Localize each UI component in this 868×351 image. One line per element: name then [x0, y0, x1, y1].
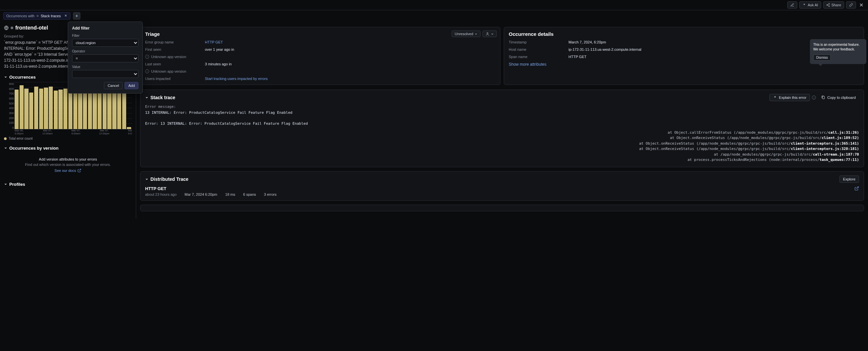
- filter-chip[interactable]: Occurrences with = Stack traces: [3, 12, 70, 20]
- docs-link[interactable]: See our docs: [55, 169, 81, 173]
- x-tick: Mar 07,12:00am: [42, 129, 53, 135]
- kv-value: over 1 year ago in: [205, 47, 495, 51]
- chart-bar: [39, 89, 43, 129]
- sparkle-icon: [773, 96, 777, 100]
- y-tick: 100: [4, 121, 14, 125]
- add-filter-button[interactable]: [73, 12, 80, 20]
- info-icon: i: [145, 55, 149, 59]
- chart-bar: [93, 89, 97, 129]
- svg-point-1: [827, 5, 828, 6]
- y-tick: 200: [4, 116, 14, 120]
- chart-bar: [83, 93, 87, 129]
- explain-error-button[interactable]: Explain this error: [769, 94, 810, 101]
- status-select[interactable]: Unresolved: [452, 31, 480, 37]
- external-link-icon[interactable]: [855, 186, 859, 191]
- chart-bar: [68, 91, 72, 129]
- tooltip-dismiss-button[interactable]: Dismiss: [813, 55, 831, 61]
- edit-button[interactable]: [787, 1, 797, 9]
- filter-value: Stack traces: [40, 14, 61, 18]
- legend-label: Total error count: [9, 137, 33, 140]
- value-select[interactable]: [72, 70, 138, 78]
- profiles-header[interactable]: Profiles: [4, 182, 132, 187]
- legend-dot-icon: [4, 137, 7, 140]
- kv-label: Error group name: [145, 40, 198, 44]
- version-empty-body: Find out which version is associated wit…: [4, 163, 132, 167]
- kv-label: iUnknown app version: [145, 69, 198, 73]
- info-icon[interactable]: i: [812, 96, 816, 100]
- filter-op: =: [36, 14, 38, 18]
- chevron-down-icon: [4, 146, 7, 151]
- explore-button[interactable]: Explore: [839, 176, 859, 183]
- trace-block: Distributed Trace Explore HTTP GET about…: [140, 171, 864, 201]
- cancel-button[interactable]: Cancel: [104, 82, 123, 89]
- chart-bar: [20, 85, 24, 129]
- tooltip-text: This is an experimental feature. We welc…: [813, 42, 863, 52]
- assign-user-button[interactable]: [483, 31, 497, 37]
- info-icon: i: [145, 69, 149, 73]
- chart-bar: [112, 90, 116, 129]
- kv-value: [205, 69, 495, 73]
- stack-frame: at Object.callErrorFromStatus (/app/node…: [145, 130, 859, 136]
- stack-frame: at Object.onReceiveStatus (/app/node_mod…: [145, 146, 859, 152]
- triage-card: Triage Unresolved Error group nameHTTP G…: [140, 27, 500, 85]
- link-button[interactable]: [846, 1, 856, 9]
- filter-chip-remove[interactable]: [64, 14, 67, 18]
- kv-value[interactable]: Start tracking users impacted by errors: [205, 77, 495, 81]
- close-icon: [859, 2, 864, 8]
- share-label: Share: [832, 3, 841, 7]
- share-button[interactable]: Share: [823, 1, 844, 9]
- status-dot-icon: [11, 27, 13, 29]
- copy-clipboard-button[interactable]: Copy to clipboard: [818, 94, 859, 101]
- kv-value[interactable]: HTTP GET: [205, 40, 495, 44]
- y-tick: 500: [4, 102, 14, 105]
- occ-by-version-header[interactable]: Occurrences by version: [4, 146, 132, 151]
- y-tick: 700: [4, 92, 14, 95]
- feature-tooltip: This is an experimental feature. We welc…: [810, 39, 866, 64]
- service-name: frontend-otel: [15, 25, 48, 31]
- filter-field-select[interactable]: cloud.region: [72, 39, 138, 47]
- trace-errors: 3 errors: [264, 192, 277, 197]
- kv-value: 3 minutes ago in: [205, 62, 495, 66]
- show-more-attributes[interactable]: Show more attributes: [509, 62, 546, 67]
- y-tick: 600: [4, 97, 14, 100]
- share-icon: [826, 3, 830, 7]
- stack-frame: at Object.onReceiveStatus (/app/node_mod…: [145, 135, 859, 141]
- popover-title: Add filter: [72, 26, 138, 31]
- svg-point-2: [829, 6, 830, 7]
- stacktrace-header[interactable]: Stack trace: [145, 95, 175, 100]
- stack-frame: at Object.onReceiveStatus (/app/node_mod…: [145, 141, 859, 147]
- stack-frame: at /app/node_modules/@grpc/grpc-js/build…: [145, 152, 859, 157]
- trace-timestamp: Mar 7, 2024 6:20pm: [185, 192, 217, 197]
- x-tick: Mar 07,6:00am: [71, 129, 80, 135]
- ask-ai-button[interactable]: Ask AI: [799, 1, 821, 9]
- trace-spans: 6 spans: [243, 192, 256, 197]
- add-button[interactable]: Add: [125, 82, 138, 89]
- profiles-title: Profiles: [9, 182, 25, 187]
- chart-bar: [127, 127, 131, 129]
- operator-label: Operator: [72, 49, 138, 53]
- chart-bar: [63, 89, 67, 129]
- chart-bar: [24, 89, 28, 129]
- chart-bar: [34, 86, 38, 129]
- chevron-down-icon: [4, 182, 7, 187]
- svg-point-0: [829, 3, 830, 4]
- svg-rect-6: [823, 96, 825, 99]
- operator-select[interactable]: =: [72, 55, 138, 62]
- pencil-icon: [790, 3, 794, 7]
- chevron-down-icon: [4, 75, 7, 80]
- kv-label: Span name: [509, 55, 562, 59]
- error-message-label: Error message:: [145, 105, 859, 109]
- chart-bar: [58, 90, 62, 129]
- y-tick: 400: [4, 106, 14, 110]
- clipboard-icon: [821, 96, 825, 100]
- svg-point-5: [487, 33, 488, 34]
- trace-duration: 18 ms: [225, 192, 235, 197]
- chevron-down-icon: [145, 176, 149, 182]
- y-tick: 0: [4, 126, 14, 129]
- x-tick: Mar 07,12:00pm: [99, 129, 109, 135]
- chart-bar: [78, 90, 82, 129]
- error-message-line: Error: 13 INTERNAL: Error: ProductCatalo…: [145, 121, 859, 127]
- value-label: Value: [72, 65, 138, 69]
- trace-header[interactable]: Distributed Trace: [145, 176, 188, 182]
- close-button[interactable]: [858, 1, 865, 9]
